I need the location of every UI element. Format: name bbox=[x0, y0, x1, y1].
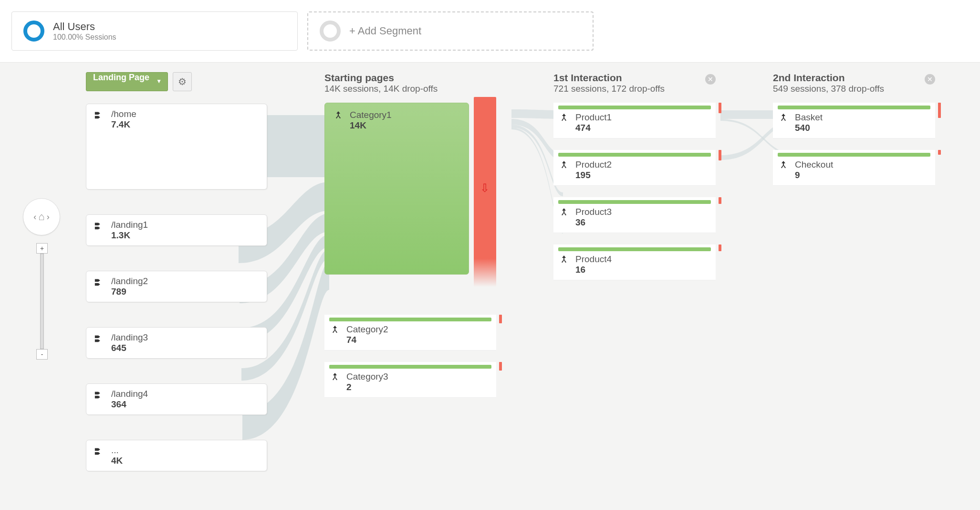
dimension-select[interactable]: Landing Page bbox=[86, 72, 168, 91]
dropoff-mark bbox=[499, 362, 502, 371]
segment-subtitle: 100.00% Sessions bbox=[53, 33, 116, 42]
segment-add-circle-icon bbox=[320, 21, 341, 42]
source-arrows-icon bbox=[93, 389, 105, 401]
node-label: Basket bbox=[795, 112, 823, 123]
source-value: 7.4K bbox=[111, 119, 136, 130]
source-value: 789 bbox=[111, 287, 148, 297]
merge-icon bbox=[333, 110, 344, 121]
flow-node[interactable]: Checkout 9 bbox=[773, 150, 935, 186]
merge-icon bbox=[558, 112, 570, 124]
node-label: Category2 bbox=[346, 324, 388, 335]
node-value: 16 bbox=[575, 265, 612, 275]
column-first-interaction: 1st Interaction 721 sessions, 172 drop-o… bbox=[544, 72, 725, 496]
source-arrows-icon bbox=[93, 109, 105, 121]
throughput-bar bbox=[558, 247, 711, 251]
source-node[interactable]: ... 4K bbox=[86, 440, 267, 471]
col3-subtitle: 549 sessions, 378 drop-offs bbox=[773, 84, 935, 94]
source-node[interactable]: /landing1 1.3K bbox=[86, 214, 267, 246]
flow-canvas: ‹ ⌂ › + - Landing Page bbox=[0, 63, 980, 510]
throughput-bar bbox=[558, 106, 711, 109]
source-label: /landing1 bbox=[111, 220, 148, 230]
dimension-select-label: Landing Page bbox=[93, 73, 149, 82]
source-value: 1.3K bbox=[111, 230, 148, 241]
node-label: Checkout bbox=[795, 159, 833, 170]
node-value: 540 bbox=[795, 123, 823, 133]
dropoff-mark bbox=[938, 150, 941, 155]
source-node[interactable]: /landing4 364 bbox=[86, 383, 267, 415]
col3-title: 2nd Interaction bbox=[773, 72, 935, 84]
merge-icon bbox=[329, 372, 341, 383]
node-value: 474 bbox=[575, 123, 612, 133]
node-value: 36 bbox=[575, 217, 612, 228]
flow-node[interactable]: Category2 74 bbox=[324, 315, 496, 351]
flow-node[interactable]: Basket 540 bbox=[773, 103, 935, 138]
gear-icon: ⚙ bbox=[178, 76, 187, 87]
segment-title: All Users bbox=[53, 21, 116, 33]
source-label: /home bbox=[111, 109, 136, 119]
flow-node[interactable]: Product3 36 bbox=[553, 197, 716, 233]
source-arrows-icon bbox=[93, 276, 105, 288]
node-category1[interactable]: Category1 14K bbox=[324, 103, 469, 275]
col3-close-button[interactable]: ✕ bbox=[925, 74, 935, 85]
merge-icon bbox=[778, 112, 789, 124]
node-value: 2 bbox=[346, 382, 388, 393]
source-value: 645 bbox=[111, 343, 148, 353]
dropoff-bar: ⇩ bbox=[474, 97, 496, 287]
node-value: 9 bbox=[795, 170, 833, 181]
dropoff-mark bbox=[719, 103, 721, 113]
throughput-bar bbox=[329, 365, 491, 369]
col2-close-button[interactable]: ✕ bbox=[705, 74, 716, 85]
segment-bar: All Users 100.00% Sessions + Add Segment bbox=[0, 0, 980, 63]
merge-icon bbox=[329, 324, 341, 336]
dropoff-mark bbox=[719, 244, 721, 251]
column-landing-page: Landing Page ⚙ /home 7.4K /landing1 1.3K… bbox=[76, 72, 277, 496]
col1-subtitle: 14K sessions, 14K drop-offs bbox=[324, 84, 496, 94]
dropoff-mark bbox=[499, 315, 502, 323]
flow-node[interactable]: Product4 16 bbox=[553, 244, 716, 280]
source-value: 4K bbox=[111, 456, 123, 466]
dropoff-mark bbox=[719, 197, 721, 204]
col2-title: 1st Interaction bbox=[553, 72, 716, 84]
node-value: 74 bbox=[346, 335, 388, 345]
node-label: Category1 bbox=[350, 110, 392, 120]
throughput-bar bbox=[778, 106, 930, 109]
source-value: 364 bbox=[111, 399, 148, 410]
source-node[interactable]: /landing2 789 bbox=[86, 271, 267, 302]
node-value: 14K bbox=[350, 120, 392, 131]
segment-circle-icon bbox=[23, 21, 44, 42]
flow-node[interactable]: Product1 474 bbox=[553, 103, 716, 138]
column-starting-pages: Starting pages 14K sessions, 14K drop-of… bbox=[315, 72, 506, 496]
dropoff-arrow-icon: ⇩ bbox=[480, 181, 490, 195]
merge-icon bbox=[558, 207, 570, 218]
throughput-bar bbox=[329, 318, 491, 321]
segment-all-users[interactable]: All Users 100.00% Sessions bbox=[11, 11, 298, 51]
node-label: Product2 bbox=[575, 159, 612, 170]
throughput-bar bbox=[778, 153, 930, 157]
source-label: /landing3 bbox=[111, 332, 148, 343]
col1-title: Starting pages bbox=[324, 72, 496, 84]
merge-icon bbox=[558, 159, 570, 171]
merge-icon bbox=[558, 254, 570, 266]
col2-subtitle: 721 sessions, 172 drop-offs bbox=[553, 84, 716, 94]
dropoff-mark bbox=[938, 103, 941, 118]
source-label: /landing2 bbox=[111, 276, 148, 287]
settings-button[interactable]: ⚙ bbox=[173, 72, 192, 91]
node-label: Product1 bbox=[575, 112, 612, 123]
throughput-bar bbox=[558, 200, 711, 204]
source-arrows-icon bbox=[93, 220, 105, 232]
node-value: 195 bbox=[575, 170, 612, 181]
merge-icon bbox=[778, 159, 789, 171]
flow-node[interactable]: Product2 195 bbox=[553, 150, 716, 186]
node-label: Product4 bbox=[575, 254, 612, 265]
add-segment-button[interactable]: + Add Segment bbox=[307, 11, 594, 51]
source-node[interactable]: /landing3 645 bbox=[86, 327, 267, 359]
source-arrows-icon bbox=[93, 332, 105, 345]
add-segment-label: + Add Segment bbox=[349, 25, 421, 37]
node-label: Product3 bbox=[575, 207, 612, 217]
source-label: ... bbox=[111, 445, 123, 456]
throughput-bar bbox=[558, 153, 711, 157]
flow-node[interactable]: Category3 2 bbox=[324, 362, 496, 398]
source-node[interactable]: /home 7.4K bbox=[86, 104, 267, 190]
source-label: /landing4 bbox=[111, 389, 148, 399]
dropoff-mark bbox=[719, 150, 721, 160]
